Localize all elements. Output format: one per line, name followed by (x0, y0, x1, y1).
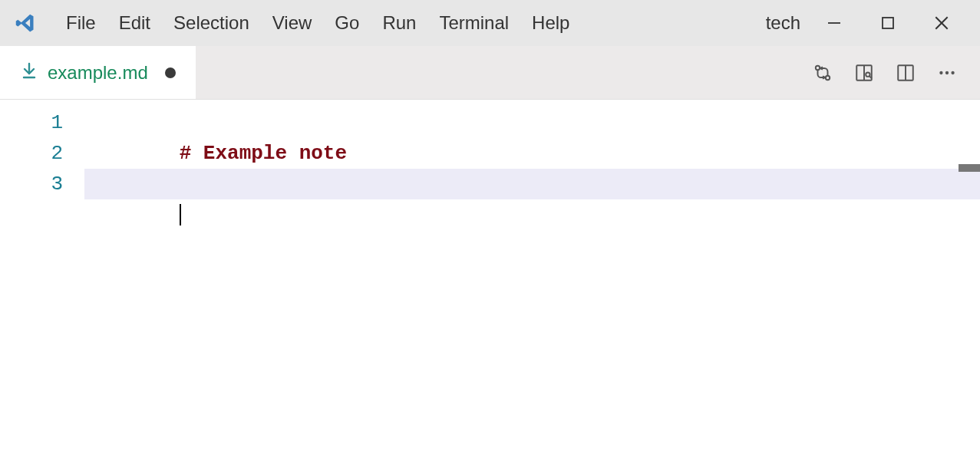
title-bar: File Edit Selection View Go Run Terminal… (0, 0, 980, 46)
svg-point-13 (945, 71, 949, 74)
menu-help[interactable]: Help (521, 9, 580, 37)
svg-point-5 (826, 75, 830, 79)
close-button[interactable] (929, 11, 954, 35)
line-number: 1 (0, 107, 84, 138)
code-line-1[interactable]: # Example note (84, 107, 980, 138)
window-title: tech (766, 12, 800, 34)
more-actions-icon[interactable] (935, 61, 959, 84)
minimap-viewport-icon[interactable] (959, 164, 980, 172)
code-content[interactable]: # Example note (84, 100, 980, 464)
minimize-button[interactable] (822, 11, 846, 35)
arrow-down-icon (21, 62, 37, 84)
unsaved-dot-icon (165, 67, 176, 78)
tab-bar: example.md (0, 46, 980, 100)
menu-go[interactable]: Go (324, 9, 370, 37)
editor-area[interactable]: 1 2 3 # Example note (0, 100, 980, 464)
menu-run[interactable]: Run (371, 9, 427, 37)
svg-point-14 (951, 71, 954, 74)
text-cursor (180, 204, 181, 225)
editor-actions (811, 61, 966, 84)
tab-example-md[interactable]: example.md (0, 46, 196, 99)
markdown-heading-text: Example note (191, 142, 347, 165)
menu-bar: File Edit Selection View Go Run Terminal… (55, 9, 580, 37)
compare-changes-icon[interactable] (811, 61, 834, 84)
menu-file[interactable]: File (55, 9, 107, 37)
menu-terminal[interactable]: Terminal (428, 9, 520, 37)
menu-view[interactable]: View (262, 9, 323, 37)
split-editor-icon[interactable] (894, 61, 917, 84)
svg-point-12 (939, 71, 942, 74)
line-number: 3 (0, 169, 84, 199)
svg-point-4 (816, 65, 820, 69)
menu-edit[interactable]: Edit (108, 9, 161, 37)
svg-rect-1 (883, 18, 893, 28)
open-preview-icon[interactable] (853, 61, 876, 84)
svg-point-8 (866, 72, 869, 76)
markdown-hash: # (180, 142, 192, 165)
active-line-highlight (84, 169, 980, 199)
maximize-button[interactable] (876, 11, 900, 35)
tab-label: example.md (48, 62, 148, 84)
vscode-icon (14, 12, 37, 35)
line-number: 2 (0, 138, 84, 169)
line-number-gutter: 1 2 3 (0, 100, 84, 464)
menu-selection[interactable]: Selection (163, 9, 260, 37)
window-controls (822, 11, 972, 35)
